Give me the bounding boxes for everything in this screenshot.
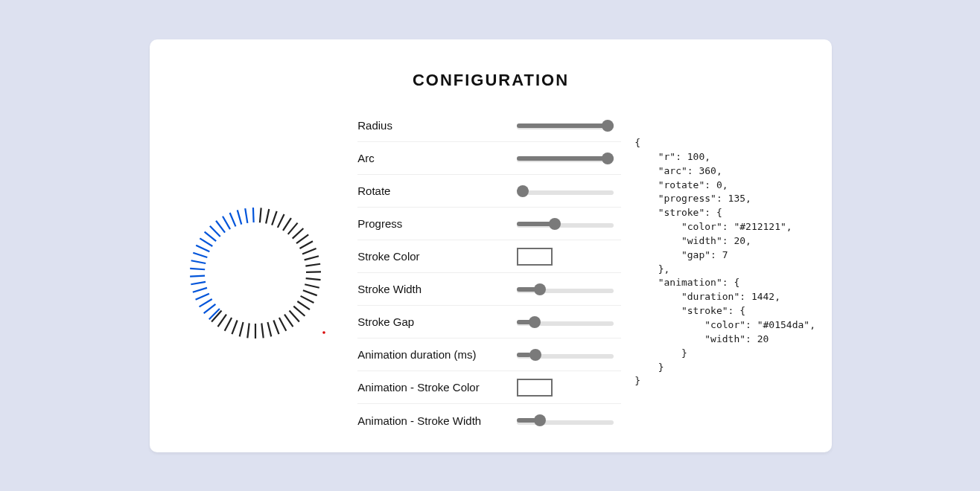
svg-line-49 (224, 318, 231, 331)
label-radius: Radius (357, 119, 392, 132)
row-anim-color: Animation - Stroke Color (357, 371, 621, 404)
svg-line-20 (260, 208, 261, 222)
svg-line-33 (305, 278, 320, 280)
svg-line-27 (296, 234, 308, 243)
label-progress: Progress (357, 217, 402, 230)
svg-line-44 (261, 323, 263, 338)
config-card: CONFIGURATION Radius Arc Rotate Progress (150, 39, 832, 452)
json-output: { "r": 100, "arc": 360, "rotate": 0, "pr… (634, 109, 815, 437)
card-body: Radius Arc Rotate Progress Stroke Color … (150, 109, 832, 453)
svg-line-17 (237, 210, 241, 224)
svg-line-50 (217, 315, 226, 327)
svg-line-39 (289, 311, 299, 322)
svg-line-36 (300, 296, 314, 303)
svg-line-9 (193, 253, 207, 257)
slider-arc[interactable] (517, 152, 614, 164)
slider-progress[interactable] (517, 217, 614, 230)
svg-line-15 (223, 216, 230, 229)
row-progress: Progress (357, 208, 621, 240)
svg-line-48 (232, 320, 237, 334)
row-stroke-width: Stroke Width (357, 273, 621, 306)
slider-stroke-width[interactable] (517, 283, 614, 295)
svg-line-31 (305, 264, 320, 266)
svg-line-4 (192, 288, 206, 292)
svg-line-16 (229, 213, 235, 226)
svg-line-14 (216, 221, 225, 233)
svg-line-35 (303, 290, 317, 295)
svg-line-5 (191, 282, 206, 284)
label-stroke-width: Stroke Width (357, 283, 421, 295)
svg-line-12 (204, 232, 216, 242)
row-rotate: Rotate (357, 175, 621, 208)
svg-line-11 (200, 238, 212, 246)
label-anim-duration: Animation duration (ms) (357, 348, 476, 361)
svg-line-40 (284, 315, 293, 327)
svg-line-6 (190, 276, 205, 277)
svg-line-10 (196, 246, 209, 251)
svg-line-1 (203, 304, 215, 313)
svg-line-23 (277, 214, 284, 228)
label-stroke-color: Stroke Color (357, 250, 419, 263)
arc-preview (174, 191, 337, 355)
svg-line-30 (304, 256, 318, 260)
label-anim-color: Animation - Stroke Color (357, 381, 479, 394)
slider-rotate[interactable] (517, 184, 614, 197)
svg-line-3 (195, 294, 209, 300)
row-radius: Radius (357, 109, 621, 142)
svg-line-22 (272, 211, 277, 225)
svg-line-18 (245, 208, 247, 223)
color-stroke[interactable] (517, 248, 553, 266)
label-rotate: Rotate (357, 184, 390, 197)
row-arc: Arc (357, 142, 621, 175)
color-anim[interactable] (517, 379, 553, 397)
svg-line-19 (253, 208, 254, 222)
svg-line-24 (283, 218, 291, 231)
label-stroke-gap: Stroke Gap (357, 315, 414, 328)
svg-line-46 (247, 323, 249, 338)
svg-line-21 (266, 209, 269, 224)
svg-line-7 (190, 269, 205, 269)
slider-anim-width[interactable] (517, 414, 614, 427)
row-anim-duration: Animation duration (ms) (357, 338, 621, 371)
svg-line-13 (209, 226, 220, 237)
row-anim-width: Animation - Stroke Width (357, 404, 621, 437)
svg-line-34 (305, 284, 319, 287)
slider-radius[interactable] (517, 119, 614, 132)
page-title: CONFIGURATION (150, 71, 832, 90)
svg-line-26 (292, 228, 303, 239)
row-stroke-color: Stroke Color (357, 240, 621, 273)
svg-line-42 (273, 320, 279, 334)
controls-pane: Radius Arc Rotate Progress Stroke Color … (357, 109, 621, 437)
row-stroke-gap: Stroke Gap (357, 306, 621, 338)
svg-line-29 (302, 248, 316, 254)
svg-line-28 (299, 241, 312, 248)
svg-point-52 (322, 331, 325, 334)
svg-line-8 (191, 260, 206, 263)
svg-line-37 (297, 301, 310, 309)
svg-line-41 (279, 318, 286, 331)
svg-line-38 (293, 307, 305, 316)
slider-stroke-gap[interactable] (517, 315, 614, 328)
svg-line-2 (199, 299, 211, 307)
svg-line-25 (287, 223, 297, 234)
svg-line-43 (267, 322, 271, 336)
slider-anim-duration[interactable] (517, 348, 614, 361)
preview-pane (166, 109, 344, 437)
label-arc: Arc (357, 152, 375, 164)
label-anim-width: Animation - Stroke Width (357, 414, 481, 427)
svg-line-47 (239, 322, 243, 336)
